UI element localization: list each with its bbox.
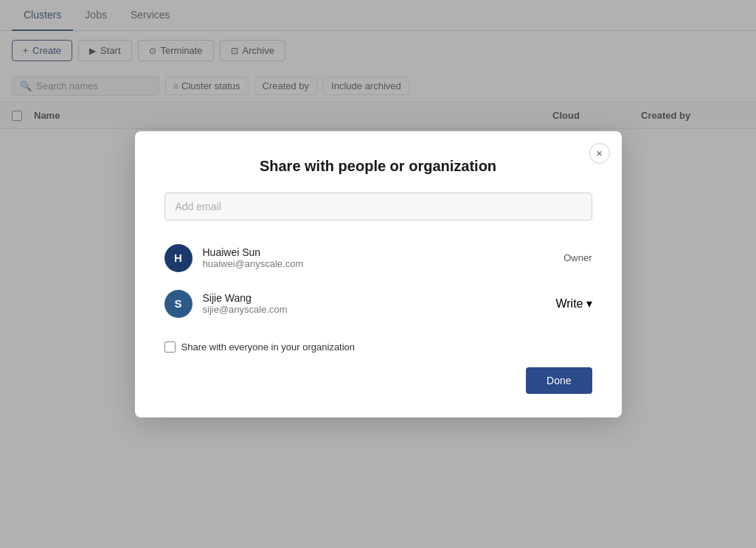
avatar: S	[164, 290, 193, 318]
avatar: H	[164, 244, 193, 272]
page-background: Clusters Jobs Services + Create ▶ Start …	[0, 0, 756, 548]
user-item: H Huaiwei Sun huaiwei@anyscale.com Owner	[164, 235, 592, 281]
user-role: Owner	[563, 252, 592, 263]
user-name: Huaiwei Sun	[203, 246, 554, 258]
org-share-row: Share with everyone in your organization	[164, 341, 592, 353]
org-share-checkbox[interactable]	[164, 341, 176, 353]
user-info: Sijie Wang sijie@anyscale.com	[203, 292, 546, 315]
user-list: H Huaiwei Sun huaiwei@anyscale.com Owner…	[164, 235, 592, 327]
modal-footer: Done	[164, 367, 592, 394]
modal-overlay: × Share with people or organization H Hu…	[0, 0, 756, 548]
user-email: huaiwei@anyscale.com	[203, 258, 554, 269]
user-info: Huaiwei Sun huaiwei@anyscale.com	[203, 246, 554, 269]
modal-title: Share with people or organization	[164, 158, 592, 175]
email-input[interactable]	[164, 193, 592, 221]
user-item: S Sijie Wang sijie@anyscale.com Write ▾	[164, 281, 592, 327]
done-button[interactable]: Done	[526, 367, 592, 394]
chevron-down-icon: ▾	[586, 296, 592, 311]
modal-close-button[interactable]: ×	[589, 143, 610, 164]
user-name: Sijie Wang	[203, 292, 546, 304]
share-modal: × Share with people or organization H Hu…	[135, 131, 622, 417]
user-email: sijie@anyscale.com	[203, 304, 546, 315]
org-share-label: Share with everyone in your organization	[181, 341, 356, 353]
role-dropdown[interactable]: Write ▾	[555, 296, 592, 311]
close-icon: ×	[596, 148, 602, 159]
